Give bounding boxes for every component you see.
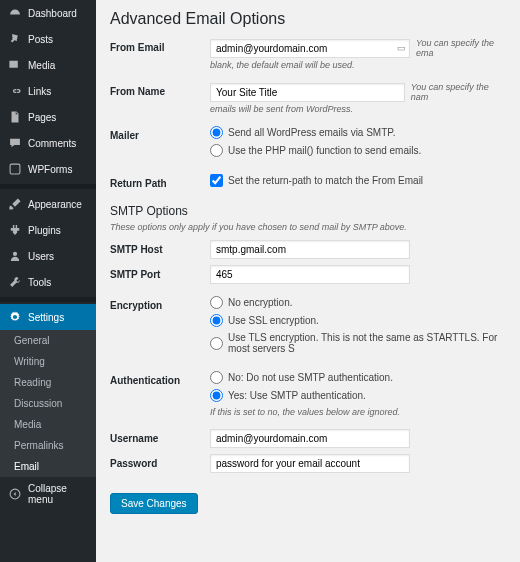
dashboard-icon [8,6,22,20]
comment-icon [8,136,22,150]
return-path-checkbox[interactable] [210,174,223,187]
sidebar-item-wpforms[interactable]: WPForms [0,156,96,182]
sidebar-label: WPForms [28,164,72,175]
collapse-menu[interactable]: Collapse menu [0,477,96,511]
from-name-side: You can specify the nam [411,82,506,102]
auth-label: Authentication [110,371,210,386]
sidebar-label: Posts [28,34,53,45]
username-label: Username [110,429,210,444]
collapse-icon [8,487,22,501]
from-email-side: You can specify the ema [416,38,506,58]
sidebar-label: Pages [28,112,56,123]
admin-sidebar: DashboardPostsMediaLinksPagesCommentsWPF… [0,0,96,562]
from-email-input[interactable] [210,39,410,58]
sidebar-item-media[interactable]: Media [0,52,96,78]
sidebar-label: Tools [28,277,51,288]
brush-icon [8,197,22,211]
page-title: Advanced Email Options [110,10,506,28]
sidebar-item-appearance[interactable]: Appearance [0,191,96,217]
menu-separator [0,297,96,302]
mailer-smtp-radio[interactable] [210,126,223,139]
smtp-port-input[interactable] [210,265,410,284]
from-email-label: From Email [110,38,210,53]
sidebar-item-settings[interactable]: Settings [0,304,96,330]
sidebar-label: Users [28,251,54,262]
submenu-item-permalinks[interactable]: Permalinks [0,435,96,456]
collapse-label: Collapse menu [28,483,88,505]
encryption-none-radio[interactable] [210,296,223,309]
sidebar-label: Links [28,86,51,97]
menu-separator [0,184,96,189]
plugin-icon [8,223,22,237]
form-icon [8,162,22,176]
mailer-opt2: Use the PHP mail() function to send emai… [228,145,421,156]
from-name-label: From Name [110,82,210,97]
return-path-opt: Set the return-path to match the From Em… [228,175,423,186]
svg-rect-0 [10,164,20,174]
pin-icon [8,32,22,46]
encryption-opt3: Use TLS encryption. This is not the same… [228,332,506,354]
encryption-label: Encryption [110,296,210,311]
password-input[interactable] [210,454,410,473]
mailer-php-radio[interactable] [210,144,223,157]
save-changes-button[interactable]: Save Changes [110,493,198,514]
page-icon [8,110,22,124]
auth-opt2: Yes: Use SMTP authentication. [228,390,366,401]
smtp-desc: These options only apply if you have cho… [110,222,506,232]
sidebar-item-links[interactable]: Links [0,78,96,104]
from-email-note: blank, the default email will be used. [210,60,506,70]
svg-point-1 [13,252,17,256]
submenu-item-reading[interactable]: Reading [0,372,96,393]
sidebar-item-plugins[interactable]: Plugins [0,217,96,243]
smtp-host-label: SMTP Host [110,240,210,255]
auth-note: If this is set to no, the values below a… [210,407,506,417]
sidebar-label: Media [28,60,55,71]
sidebar-item-comments[interactable]: Comments [0,130,96,156]
encryption-tls-radio[interactable] [210,337,223,350]
smtp-options-title: SMTP Options [110,204,506,218]
auth-no-radio[interactable] [210,371,223,384]
mailer-opt1: Send all WordPress emails via SMTP. [228,127,395,138]
return-path-label: Return Path [110,174,210,189]
media-icon [8,58,22,72]
submenu-item-discussion[interactable]: Discussion [0,393,96,414]
submenu-item-email[interactable]: Email [0,456,96,477]
submenu-item-general[interactable]: General [0,330,96,351]
sidebar-label: Plugins [28,225,61,236]
settings-submenu: GeneralWritingReadingDiscussionMediaPerm… [0,330,96,477]
auth-yes-radio[interactable] [210,389,223,402]
username-input[interactable] [210,429,410,448]
sidebar-label: Appearance [28,199,82,210]
from-name-input[interactable] [210,83,405,102]
tools-icon [8,275,22,289]
sidebar-item-dashboard[interactable]: Dashboard [0,0,96,26]
sidebar-item-posts[interactable]: Posts [0,26,96,52]
submenu-item-media[interactable]: Media [0,414,96,435]
link-icon [8,84,22,98]
users-icon [8,249,22,263]
encryption-opt1: No encryption. [228,297,292,308]
smtp-host-input[interactable] [210,240,410,259]
contact-icon: ▭ [397,43,406,53]
encryption-ssl-radio[interactable] [210,314,223,327]
mailer-label: Mailer [110,126,210,141]
sidebar-label: Comments [28,138,76,149]
settings-icon [8,310,22,324]
auth-opt1: No: Do not use SMTP authentication. [228,372,393,383]
sidebar-item-users[interactable]: Users [0,243,96,269]
password-label: Password [110,454,210,469]
sidebar-label: Settings [28,312,64,323]
sidebar-item-pages[interactable]: Pages [0,104,96,130]
sidebar-item-tools[interactable]: Tools [0,269,96,295]
sidebar-label: Dashboard [28,8,77,19]
main-content: Advanced Email Options From Email ▭ You … [96,0,520,562]
encryption-opt2: Use SSL encryption. [228,315,319,326]
smtp-port-label: SMTP Port [110,265,210,280]
from-name-note: emails will be sent from WordPress. [210,104,506,114]
submenu-item-writing[interactable]: Writing [0,351,96,372]
